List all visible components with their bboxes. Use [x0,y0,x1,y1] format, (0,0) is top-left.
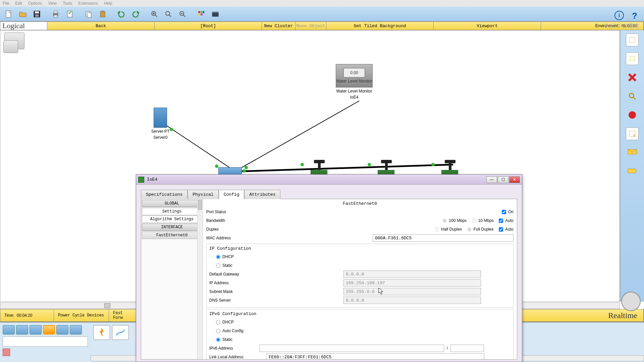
dhcp-radio[interactable] [216,255,220,259]
ipv6-address-input[interactable] [260,345,444,352]
menu-view[interactable]: View [48,1,57,6]
device-category[interactable] [56,325,68,335]
workspace-toggle-icon[interactable] [4,33,24,49]
svg-rect-26 [212,12,218,16]
bw-100-radio[interactable] [442,219,447,223]
power-cycle-button[interactable]: Power Cycle Devices [54,309,109,321]
side-item-settings[interactable]: Settings [142,208,202,215]
bw-10-radio[interactable] [472,219,476,223]
zoom-reset-icon[interactable] [162,8,174,20]
device-category[interactable] [70,325,82,335]
open-icon[interactable] [17,8,29,20]
dns-input[interactable] [343,297,481,304]
inspect-tool-icon[interactable] [626,90,639,103]
panel-title: FastEthernet0 [206,200,514,207]
root-breadcrumb[interactable]: [Root] [155,22,262,30]
ipv6-static-radio[interactable] [216,338,220,342]
menu-extensions[interactable]: Extensions [78,1,98,6]
minimize-button[interactable]: ― [486,176,497,183]
dialog-titlebar[interactable]: IoE4 ― ☐ ✕ [136,175,522,185]
device-category[interactable] [30,325,42,335]
delete-tool-icon[interactable] [626,71,639,84]
tab-specifications[interactable]: Specifications [141,190,187,199]
sprinkler-icon [441,161,458,175]
print-icon[interactable] [50,8,62,20]
maximize-button[interactable]: ☐ [498,176,508,183]
gateway-input[interactable] [343,270,481,278]
menu-file[interactable]: File [3,1,9,6]
script-icon[interactable] [209,8,221,20]
side-header-interface[interactable]: INTERFACE [142,224,202,231]
device-category[interactable] [3,325,15,335]
dialog-tabs: Specifications Physical Config Attribute… [136,185,522,199]
back-button[interactable]: Back [47,22,155,30]
ipv6-autoconfig-radio[interactable] [216,329,220,333]
link-status-dot [301,163,304,166]
tab-physical[interactable]: Physical [187,190,218,199]
bw10-label: 10 Mbps [478,218,494,223]
menu-options[interactable]: Options [28,1,42,6]
wizard-icon[interactable] [64,8,76,20]
device-search[interactable] [3,337,88,347]
dhcp-label: DHCP [222,254,234,259]
ipv6-prefix-input[interactable] [450,345,484,352]
new-icon[interactable] [3,8,15,20]
bw-auto-checkbox[interactable] [499,219,503,223]
help-icon[interactable]: ? [632,11,637,21]
note-tool-icon[interactable] [626,52,639,65]
tab-config[interactable]: Config [219,190,245,199]
ipv6-config-group: IPv6 Configuration DHCP Auto Config Stat… [206,309,514,359]
redo-icon[interactable] [129,8,142,20]
fast-forward-button[interactable]: Fast Forw [109,309,138,321]
move-object-button[interactable]: Move Object [296,22,326,30]
device-server[interactable]: Server-PT Server0 [151,108,170,140]
device-category[interactable] [43,325,55,335]
side-item-fastethernet0[interactable]: FastEthernet0 [142,232,202,239]
side-header-global[interactable]: GLOBAL [142,200,202,207]
undo-icon[interactable] [115,8,127,20]
device-subtype[interactable] [3,349,10,356]
device-water-monitor[interactable]: 0.00 Water Level Monitor Water Level Mon… [336,64,373,100]
ipv6-dhcp-radio[interactable] [216,320,220,324]
device-category[interactable] [16,325,28,335]
static-radio[interactable] [216,263,220,268]
mac-input[interactable] [373,234,514,242]
paste-icon[interactable] [97,8,109,20]
half-duplex-radio[interactable] [435,227,439,232]
complex-pdu-icon[interactable] [626,165,639,178]
tab-attributes[interactable]: Attributes [244,190,280,199]
save-icon[interactable] [31,8,43,20]
duplex-auto-checkbox[interactable] [499,227,503,232]
bw100-label: 100 Mbps [449,218,467,223]
mask-input[interactable] [343,288,481,295]
menu-tools[interactable]: Tools [63,1,72,6]
port-status-checkbox[interactable] [502,210,506,214]
new-cluster-button[interactable]: New Cluster [262,22,296,30]
side-item-algorithm[interactable]: Algorithm Settings [142,216,202,223]
zoom-out-icon[interactable] [176,8,189,20]
full-duplex-radio[interactable] [467,227,472,232]
set-tiled-bg-button[interactable]: Set Tiled Background [326,22,434,30]
copy-icon[interactable] [83,8,95,20]
cable-icon[interactable] [112,325,129,340]
realtime-clock-icon[interactable] [621,292,641,311]
svg-rect-21 [198,11,200,13]
info-icon[interactable]: i [614,11,624,20]
select-tool-icon[interactable] [626,34,639,46]
record-tool-icon[interactable] [626,109,639,121]
menu-help[interactable]: Help [104,1,112,6]
palette-icon[interactable] [195,8,207,20]
zoom-in-icon[interactable] [148,8,160,20]
close-button[interactable]: ✕ [509,176,520,183]
link-local-input[interactable] [266,353,484,359]
simple-pdu-icon[interactable] [626,146,639,159]
svg-rect-33 [630,56,635,61]
viewport-button[interactable]: Viewport [434,22,541,30]
side-scrollbar[interactable] [197,199,203,359]
ip-input[interactable] [343,279,481,287]
auto-connection-icon[interactable] [93,325,110,340]
resize-tool-icon[interactable] [626,127,639,140]
monitor-value: 0.00 [343,68,365,77]
ip-config-group: IP Configuration DHCP Static Default Gat… [206,244,514,308]
menu-edit[interactable]: Edit [15,1,22,6]
